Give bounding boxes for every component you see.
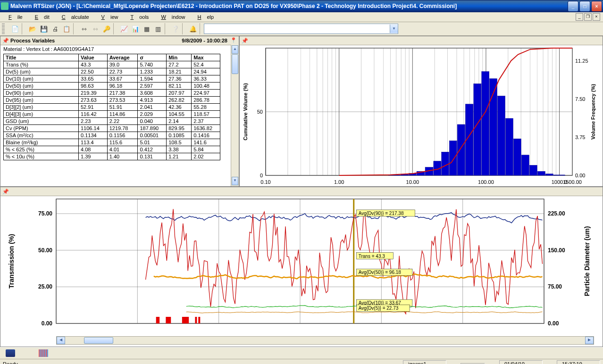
table-row: GSD (um)2.232.220.0402.142.37 — [4, 118, 220, 125]
computer-icon[interactable] — [6, 349, 15, 357]
material-line: Material : Vertex Lot : AA600109G4A17 — [0, 45, 239, 53]
svg-text:Particle Diameter (um): Particle Diameter (um) — [583, 226, 591, 297]
svg-rect-100 — [166, 317, 168, 323]
scroll-thumb[interactable] — [232, 54, 238, 74]
hscroll-thumb[interactable] — [84, 337, 113, 344]
table-row: D[4][3] (um)116.42114.862.029104.55118.5… — [4, 111, 220, 118]
copy-button[interactable]: 📋 — [62, 24, 71, 33]
svg-text:Cumulative Volume (%): Cumulative Volume (%) — [243, 83, 248, 141]
svg-rect-101 — [168, 317, 169, 323]
svg-text:Avg{Dv(5)} = 22.73: Avg{Dv(5)} = 22.73 — [359, 306, 399, 311]
table-row: % < 10u (%)1.391.400.1311.212.02 — [4, 153, 220, 160]
psd-chart-panel: 📌 0.101.0010.00100.001000.01500.000500.0… — [239, 36, 603, 187]
col-sigma: σ — [138, 54, 167, 61]
mdi-restore-button[interactable]: ❐ — [584, 13, 592, 21]
svg-rect-104 — [184, 317, 185, 323]
process-variables-table: Title Value Average σ Min Max Trans (%)4… — [3, 54, 220, 160]
svg-rect-62 — [457, 124, 465, 175]
tray-bar — [0, 347, 603, 359]
table-row: Blaine (m²/kg)113.4115.65.01108.5141.6 — [4, 139, 220, 146]
menu-window[interactable]: Window — [155, 13, 191, 21]
svg-text:10.00: 10.00 — [406, 179, 419, 185]
status-user: jgeens1 — [403, 360, 446, 364]
svg-rect-99 — [158, 317, 159, 323]
col-max: Max — [192, 54, 220, 61]
svg-text:1.00: 1.00 — [334, 179, 344, 185]
scroll-down-button[interactable]: ▼ — [232, 177, 238, 185]
svg-rect-106 — [187, 317, 189, 323]
toolbar-grip — [2, 24, 5, 34]
svg-rect-107 — [195, 317, 197, 323]
table-row: SSA (m²/cc)0.11340.11560.005010.10850.14… — [4, 132, 220, 139]
svg-text:25.00: 25.00 — [38, 283, 52, 290]
menu-edit[interactable]: Edit — [29, 13, 55, 21]
status-date: 01/04/10 — [499, 360, 543, 364]
new-button[interactable]: 📄 — [10, 24, 20, 33]
svg-rect-71 — [529, 165, 537, 175]
menu-help[interactable]: Help — [192, 13, 220, 21]
svg-rect-105 — [185, 317, 187, 323]
panel-title: Process Variables — [10, 38, 55, 43]
print-button[interactable]: 🖨 — [50, 24, 60, 33]
menu-tools[interactable]: Tools — [125, 13, 154, 21]
pin-icon[interactable]: 📌 — [242, 38, 248, 44]
svg-text:50: 50 — [257, 109, 263, 115]
status-time: 15:37:19 — [557, 360, 600, 364]
connect-button[interactable]: ⇿ — [79, 24, 89, 33]
scroll-right-button[interactable]: ▶ — [585, 337, 594, 344]
chart1-button[interactable]: 📈 — [119, 24, 129, 33]
table-row: Trans (%)43.339.05.74027.252.4 — [4, 61, 220, 68]
svg-text:1500.00: 1500.00 — [563, 179, 582, 185]
wave-icon[interactable] — [39, 349, 48, 357]
panel-timestamp: 9/8/2009 - 10:00:28 — [182, 38, 227, 43]
chevron-down-icon[interactable]: ▼ — [390, 25, 398, 33]
close-button[interactable]: × — [591, 1, 602, 12]
col-min: Min — [167, 54, 192, 61]
svg-text:7.50: 7.50 — [575, 96, 585, 102]
pushpin-icon[interactable]: 📍 — [230, 37, 237, 44]
mdi-close-button[interactable]: × — [593, 13, 600, 21]
svg-text:75.00: 75.00 — [548, 283, 562, 290]
maximize-button[interactable]: □ — [579, 1, 590, 12]
table-row: Dv(90) (um)219.39217.383.608207.97224.97 — [4, 90, 220, 97]
panel-scrollbar[interactable]: ▲ ▼ — [231, 45, 239, 186]
report-button[interactable]: ▥ — [153, 24, 163, 33]
pin-icon[interactable]: 📌 — [2, 38, 9, 44]
open-button[interactable]: 📂 — [28, 24, 37, 33]
scroll-up-button[interactable]: ▲ — [232, 45, 238, 54]
table-row: D[3][2] (um)52.9151.912.04142.3655.28 — [4, 104, 220, 111]
pin-icon[interactable]: 📌 — [2, 189, 9, 195]
mdi-minimize-button[interactable]: _ — [576, 13, 583, 21]
svg-text:0.00: 0.00 — [42, 320, 53, 327]
status-ready: Ready — [3, 361, 18, 364]
table-row: Dv(5) (um)22.5022.731.23318.2124.94 — [4, 68, 220, 75]
toolbar: 📄 📂 💾 🖨 📋 ⇿ ⇿ 🔑 📈 📊 ▦ ▥ ❔ 🔔 ▼ — [0, 22, 603, 36]
menu-calculate[interactable]: Calculate — [56, 13, 95, 21]
alarm-button[interactable]: 🔔 — [188, 24, 198, 33]
help-button[interactable]: ❔ — [171, 24, 180, 33]
svg-rect-108 — [198, 317, 200, 323]
trend-hscrollbar[interactable]: ◀ ▶ — [56, 336, 594, 345]
svg-text:Avg{Dv(50)} = 96.18: Avg{Dv(50)} = 96.18 — [359, 270, 402, 275]
chart2-button[interactable]: 📊 — [131, 24, 140, 33]
save-button[interactable]: 💾 — [39, 24, 49, 33]
col-average: Average — [107, 54, 138, 61]
key-button[interactable]: 🔑 — [102, 24, 111, 33]
menu-file[interactable]: File — [3, 13, 28, 21]
menu-view[interactable]: View — [96, 13, 124, 21]
svg-text:Trans = 43.3: Trans = 43.3 — [359, 254, 385, 259]
svg-rect-102 — [169, 317, 171, 323]
svg-rect-61 — [449, 141, 457, 175]
col-value: Value — [79, 54, 108, 61]
minimize-button[interactable]: _ — [568, 1, 578, 12]
disconnect-button[interactable]: ⇿ — [91, 24, 100, 33]
scroll-left-button[interactable]: ◀ — [57, 337, 65, 344]
selector-combo[interactable]: ▼ — [204, 24, 398, 34]
table-button[interactable]: ▦ — [142, 24, 151, 33]
svg-rect-70 — [521, 155, 529, 175]
svg-rect-103 — [182, 317, 184, 323]
trend-chart: 0.0025.0050.0075.000.0075.00150.00225.00… — [0, 196, 600, 338]
psd-chart: 0.101.0010.00100.001000.01500.000500.003… — [240, 45, 601, 187]
svg-rect-60 — [442, 152, 449, 175]
svg-text:75.00: 75.00 — [38, 210, 52, 217]
